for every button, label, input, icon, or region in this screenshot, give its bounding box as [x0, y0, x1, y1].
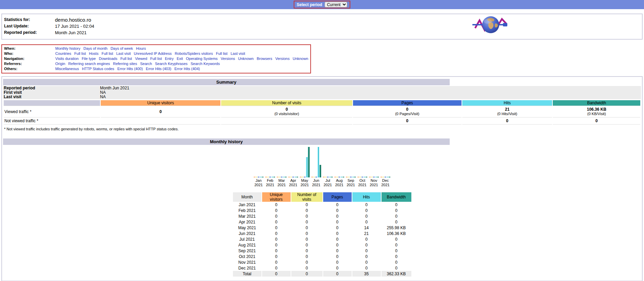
cell-month: Dec 2021	[233, 265, 261, 271]
link-referring-search-engines[interactable]: Referring search engines	[68, 62, 110, 66]
chart-bars	[254, 147, 264, 177]
chart-month-aug-2021: Aug2021	[334, 147, 345, 187]
link-search-keywords[interactable]: Search Keywords	[191, 62, 220, 66]
bar-unique-visitors	[346, 177, 348, 177]
link-hours[interactable]: Hours	[136, 46, 146, 50]
cell-uv: 0	[262, 242, 291, 248]
link-os-unknown[interactable]: Unknown	[238, 57, 254, 61]
monthly-row-jan: Jan 202100000	[233, 202, 411, 208]
link-error-hits-400[interactable]: Error Hits (400)	[117, 67, 143, 71]
monthly-row-mar: Mar 202100000	[233, 213, 411, 219]
link-exit[interactable]: Exit	[177, 57, 183, 61]
viewed-bandwidth: 106.36 KB (0 KB/Visit)	[553, 106, 640, 117]
bar-hits	[283, 177, 285, 177]
link-robots-spiders[interactable]: Robots/Spiders visitors	[175, 51, 213, 56]
cell-uv: 0	[262, 219, 291, 225]
bar-pages	[281, 177, 282, 177]
link-entry[interactable]: Entry	[165, 57, 174, 61]
link-browsers[interactable]: Browsers	[257, 57, 272, 61]
link-countries[interactable]: Countries	[55, 51, 71, 56]
summary-last-visit-value: NA	[99, 95, 641, 99]
chart-x-label: Sep2021	[347, 178, 355, 187]
link-file-type[interactable]: File type	[82, 57, 96, 61]
link-unresolved-ip[interactable]: Unresolved IP Address	[134, 51, 172, 56]
link-error-hits-403[interactable]: Error Hits (403)	[146, 67, 171, 71]
last-update-label: Last Update:	[4, 23, 55, 29]
link-days-of-week[interactable]: Days of week	[111, 46, 133, 50]
link-robots-full-list[interactable]: Full list	[216, 51, 228, 56]
link-downloads[interactable]: Downloads	[99, 57, 117, 61]
statistics-header-box: Statistics for: demo.hostico.ro Last Upd…	[1, 14, 643, 40]
site-name: demo.hostico.ro	[55, 17, 91, 23]
monthly-row-jun: Jun 202100021106.36 KB	[233, 231, 411, 236]
bar-pages	[327, 177, 329, 177]
chart-month-jun-2021: Jun2021	[311, 147, 322, 187]
monthly-history-chart-wrap: Jan2021Feb2021Mar2021Apr2021May2021Jun20…	[3, 147, 641, 187]
link-search[interactable]: Search	[140, 62, 152, 66]
main-content-box: Summary Reported period Month Jun 2021 F…	[1, 76, 643, 281]
link-browser-unknown[interactable]: Unknown	[293, 57, 308, 61]
cell-month: Nov 2021	[233, 259, 261, 265]
bar-bandwidth-kb-	[262, 177, 264, 177]
cell-pages: 0	[323, 225, 352, 231]
link-http-status-codes[interactable]: HTTP Status codes	[82, 67, 114, 71]
summary-first-visit-row: First visit NA	[3, 90, 641, 95]
viewed-pages-sub: (0 Pages/Visit)	[353, 112, 462, 116]
link-browser-versions[interactable]: Versions	[275, 57, 290, 61]
summary-last-visit-row: Last visit NA	[3, 95, 641, 99]
cell-uv: 0	[262, 236, 291, 242]
cell-bandwidth: 0	[382, 208, 411, 213]
link-hosts-last-visit[interactable]: Last visit	[116, 51, 131, 56]
link-viewed-full-list[interactable]: Full list	[150, 57, 162, 61]
cell-pages: 0	[323, 254, 352, 259]
cell-uv: 0	[262, 225, 291, 231]
cell-pages: 0	[323, 231, 352, 236]
link-hosts-full-list[interactable]: Full list	[101, 51, 113, 56]
link-referring-sites[interactable]: Referring sites	[113, 62, 137, 66]
bar-bandwidth-kb-	[389, 177, 390, 177]
monthly-history-table: Month Unique visitors Number of visits P…	[232, 192, 412, 277]
mcol-hits: Hits	[352, 192, 381, 202]
cell-bandwidth: 0	[382, 265, 411, 271]
bar-hits	[329, 177, 331, 177]
link-visits-duration[interactable]: Visits duration	[55, 57, 79, 61]
link-operating-systems[interactable]: Operating Systems	[186, 57, 218, 61]
link-hosts[interactable]: Hosts	[89, 51, 98, 56]
bar-number-of-visits	[279, 177, 280, 177]
chart-bars	[346, 147, 356, 177]
link-origin[interactable]: Origin	[55, 62, 65, 66]
bar-hits	[387, 177, 388, 177]
chart-bars	[265, 147, 275, 177]
link-os-versions[interactable]: Versions	[221, 57, 235, 61]
cell-total-visits: 0	[291, 271, 323, 277]
link-countries-full-list[interactable]: Full list	[74, 51, 86, 56]
monthly-row-sep: Sep 202100000	[233, 248, 411, 254]
link-robots-last-visit[interactable]: Last visit	[231, 51, 245, 56]
bar-number-of-visits	[371, 177, 373, 177]
menu-row-referrers: Referrers: OriginReferring search engine…	[3, 61, 309, 66]
statistics-for-label: Statistics for:	[4, 17, 55, 23]
cell-bandwidth: 0	[382, 236, 411, 242]
monthly-chart: Jan2021Feb2021Mar2021Apr2021May2021Jun20…	[253, 147, 391, 187]
not-viewed-unique-visitors-empty	[101, 117, 220, 125]
cell-uv: 0	[262, 259, 291, 265]
cell-uv: 0	[262, 202, 291, 208]
link-monthly-history[interactable]: Monthly history	[55, 46, 80, 50]
cell-pages: 0	[323, 259, 352, 265]
reported-period-row: Reported period: Month Jun 2021	[4, 29, 640, 36]
link-viewed[interactable]: Viewed	[135, 57, 147, 61]
cell-hits: 0	[352, 219, 381, 225]
link-days-of-month[interactable]: Days of month	[83, 46, 108, 50]
link-search-keyphrases[interactable]: Search Keyphrases	[155, 62, 188, 66]
period-select[interactable]: Current	[325, 2, 347, 7]
link-miscellaneous[interactable]: Miscellaneous	[55, 67, 79, 71]
link-error-hits-404[interactable]: Error Hits (404)	[174, 67, 200, 71]
bar-bandwidth-kb-	[296, 177, 298, 177]
chart-x-label: Mar2021	[277, 178, 286, 187]
chart-month-nov-2021: Nov2021	[368, 147, 380, 187]
link-downloads-full-list[interactable]: Full list	[120, 57, 132, 61]
chart-month-jul-2021: Jul2021	[322, 147, 334, 187]
last-update-value: 17 Jun 2021 - 02:04	[55, 23, 94, 29]
menu-row-who: Who: CountriesFull listHostsFull listLas…	[3, 51, 309, 56]
bar-hits	[364, 177, 365, 177]
